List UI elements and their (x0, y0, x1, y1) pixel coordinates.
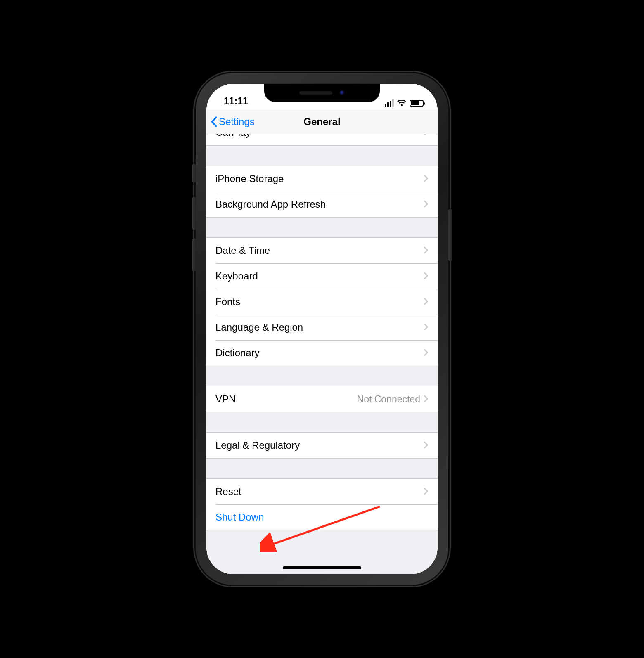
earpiece-speaker (299, 91, 332, 95)
chevron-right-icon (424, 347, 429, 359)
row-background-app-refresh[interactable]: Background App Refresh (206, 192, 438, 217)
chevron-right-icon (424, 322, 429, 333)
status-time: 11:11 (224, 96, 248, 107)
row-shut-down[interactable]: Shut Down (206, 504, 438, 530)
wifi-icon (397, 100, 406, 107)
row-language-region[interactable]: Language & Region (206, 315, 438, 340)
cellular-signal-icon (385, 99, 394, 107)
row-dictionary[interactable]: Dictionary (206, 340, 438, 366)
chevron-right-icon (424, 134, 429, 138)
chevron-right-icon (424, 393, 429, 405)
row-label: Background App Refresh (215, 199, 424, 210)
row-iphone-storage[interactable]: iPhone Storage (206, 166, 438, 192)
nav-bar: Settings General (206, 109, 438, 134)
row-fonts[interactable]: Fonts (206, 289, 438, 315)
row-vpn[interactable]: VPN Not Connected (206, 386, 438, 412)
row-label: Reset (215, 486, 424, 497)
row-label: Keyboard (215, 270, 424, 282)
row-label: iPhone Storage (215, 173, 424, 185)
side-button (448, 209, 452, 261)
volume-up-button (192, 197, 196, 230)
chevron-right-icon (424, 270, 429, 282)
row-legal-regulatory[interactable]: Legal & Regulatory (206, 433, 438, 458)
row-keyboard[interactable]: Keyboard (206, 263, 438, 289)
page-title: General (303, 116, 340, 128)
silence-switch (192, 164, 196, 182)
chevron-left-icon (211, 116, 217, 127)
row-label: VPN (215, 393, 357, 405)
chevron-right-icon (424, 245, 429, 256)
row-reset[interactable]: Reset (206, 479, 438, 504)
volume-down-button (192, 238, 196, 271)
back-button[interactable]: Settings (211, 109, 255, 134)
row-label: Shut Down (215, 511, 429, 523)
row-detail: Not Connected (357, 394, 420, 405)
chevron-right-icon (424, 296, 429, 308)
row-label: Fonts (215, 296, 424, 308)
row-label: Dictionary (215, 347, 424, 359)
back-label: Settings (219, 116, 255, 128)
row-label: CarPlay (215, 134, 424, 138)
notch (264, 84, 380, 102)
chevron-right-icon (424, 199, 429, 210)
home-indicator[interactable] (283, 566, 361, 569)
chevron-right-icon (424, 440, 429, 451)
row-label: Language & Region (215, 322, 424, 333)
settings-list[interactable]: CarPlay iPhone Storage Background App Re… (206, 134, 438, 574)
iphone-frame: 11:11 (196, 73, 448, 585)
row-date-time[interactable]: Date & Time (206, 238, 438, 263)
screen: 11:11 (206, 84, 438, 574)
row-label: Legal & Regulatory (215, 440, 424, 451)
chevron-right-icon (424, 173, 429, 185)
row-label: Date & Time (215, 245, 424, 256)
battery-icon (410, 100, 424, 107)
chevron-right-icon (424, 486, 429, 497)
row-carplay[interactable]: CarPlay (206, 134, 438, 145)
front-camera (340, 90, 345, 95)
